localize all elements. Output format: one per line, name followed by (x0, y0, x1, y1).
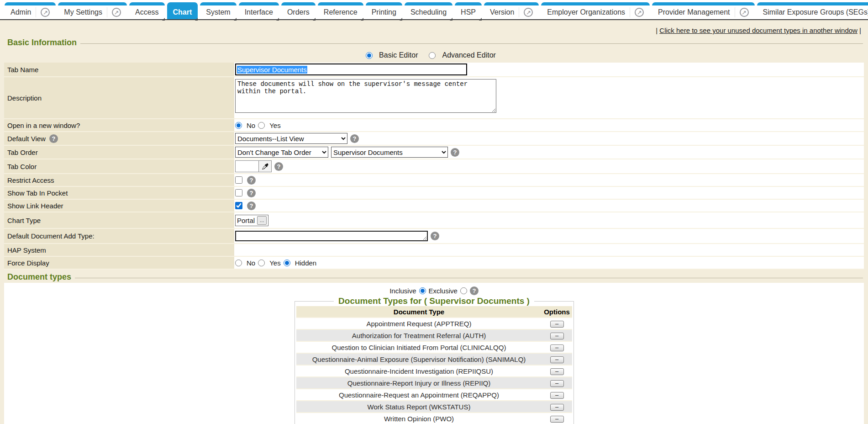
remove-doc-type-button[interactable]: – (550, 392, 564, 399)
tab-label: My Settings (64, 8, 102, 16)
basic-info-form: Tab Name Supervisor Documents Descriptio… (4, 63, 864, 270)
restrict-access-checkbox[interactable] (235, 176, 242, 184)
unused-doc-types-link[interactable]: Click here to see your unused document t… (659, 26, 857, 34)
tab-interface[interactable]: Interface (239, 2, 279, 19)
remove-doc-type-button[interactable]: – (550, 404, 564, 411)
open-in-new-window-icon[interactable]: ↗ (635, 8, 644, 17)
doc-type-row: Question to Clinician Initiated From Por… (296, 341, 572, 353)
help-icon[interactable]: ? (49, 134, 58, 143)
inclusive-label[interactable]: Inclusive (389, 287, 416, 295)
force-display-no-label[interactable]: No (247, 259, 255, 267)
tab-system[interactable]: System (200, 2, 236, 19)
tab-scheduling[interactable]: Scheduling (405, 2, 452, 19)
remove-doc-type-button[interactable]: – (550, 416, 564, 423)
document-types-table: Document Type Options Appointment Reques… (296, 306, 572, 424)
tab-color-input[interactable] (236, 161, 259, 172)
open-in-new-window-icon[interactable]: ↗ (740, 8, 749, 17)
form-row-tab-color: Tab Color ? (4, 159, 864, 174)
tab-my-settings[interactable]: My Settings ↗ (58, 2, 127, 19)
force-display-yes-radio[interactable] (258, 260, 265, 266)
exclusive-label[interactable]: Exclusive (429, 287, 458, 295)
advanced-editor-radio[interactable] (429, 52, 436, 59)
help-icon[interactable]: ? (451, 148, 459, 157)
document-types-header: Document types (4, 270, 864, 283)
description-textarea[interactable] (235, 79, 496, 113)
editor-mode-toggle: Basic Editor Advanced Editor (4, 48, 864, 63)
tab-hsp[interactable]: HSP (455, 2, 482, 19)
tab-label: Scheduling (410, 8, 447, 16)
open-new-window-yes-radio[interactable] (258, 122, 265, 129)
tab-reference[interactable]: Reference (318, 2, 363, 19)
tab-name-label: Tab Name (4, 63, 234, 76)
remove-doc-type-button[interactable]: – (550, 380, 564, 387)
force-display-hidden-radio[interactable] (284, 260, 290, 266)
remove-doc-type-button[interactable]: – (550, 321, 564, 328)
doc-type-name: Question to Clinician Initiated From Por… (296, 341, 542, 353)
tab-label: Access (135, 8, 159, 16)
help-icon[interactable]: ? (431, 232, 439, 240)
tab-version[interactable]: Version ↗ (484, 2, 539, 19)
tab-order-position-select[interactable]: Supervisor Documents (331, 147, 448, 158)
force-display-hidden-label[interactable]: Hidden (295, 259, 317, 267)
tab-admin[interactable]: Admin ↗ (5, 2, 56, 19)
open-in-new-window-icon[interactable]: ↗ (524, 8, 533, 17)
tab-name-input[interactable]: Supervisor Documents (235, 64, 467, 75)
default-view-label: Default View (7, 135, 46, 143)
default-view-select[interactable]: Documents--List View (235, 133, 347, 144)
basic-editor-radio[interactable] (366, 52, 373, 59)
remove-doc-type-button[interactable]: – (550, 333, 564, 339)
tab-label: Version (490, 8, 514, 16)
tab-label: Similar Exposure Groups (SEGs) (763, 8, 868, 16)
chart-type-browse-button[interactable]: ... (257, 216, 267, 225)
help-icon[interactable]: ? (350, 134, 359, 143)
tab-label: Chart (173, 8, 192, 16)
tab-printing[interactable]: Printing (366, 2, 402, 19)
hap-system-label: HAP System (4, 244, 234, 256)
doc-type-row: Questionnaire-Animal Exposure (Superviso… (296, 353, 572, 365)
inclusive-radio[interactable] (419, 287, 426, 294)
tab-access[interactable]: Access (129, 2, 165, 19)
open-new-window-no-label[interactable]: No (247, 122, 255, 129)
tab-employer-organizations[interactable]: Employer Organizations ↗ (541, 2, 650, 19)
advanced-editor-label[interactable]: Advanced Editor (442, 51, 495, 59)
remove-doc-type-button[interactable]: – (550, 368, 564, 375)
help-icon[interactable]: ? (247, 201, 256, 210)
help-icon[interactable]: ? (247, 176, 256, 185)
show-link-header-label: Show Link Header (4, 200, 234, 212)
form-row-show-link-header: Show Link Header ? (4, 200, 864, 212)
eyedropper-icon (262, 163, 268, 170)
document-types-table-title: Document Types for ( Supervisor Document… (334, 296, 534, 306)
help-icon[interactable]: ? (274, 162, 283, 171)
doc-type-name: Questionnaire-Report Injury or Illness (… (296, 377, 542, 389)
basic-editor-label[interactable]: Basic Editor (379, 51, 418, 59)
open-in-new-window-icon[interactable]: ↗ (41, 8, 50, 17)
tab-provider-management[interactable]: Provider Management ↗ (652, 2, 754, 19)
force-display-yes-label[interactable]: Yes (269, 259, 280, 267)
col-document-type: Document Type (296, 306, 542, 318)
help-icon[interactable]: ? (470, 286, 479, 295)
help-icon[interactable]: ? (247, 189, 256, 197)
form-row-tab-order: Tab Order Don't Change Tab Order Supervi… (4, 146, 864, 159)
show-link-header-checkbox[interactable] (235, 202, 242, 209)
tab-name-selected-text: Supervisor Documents (237, 66, 307, 74)
remove-doc-type-button[interactable]: – (550, 344, 564, 351)
force-display-no-radio[interactable] (235, 260, 242, 266)
exclusive-radio[interactable] (460, 287, 467, 294)
form-row-default-doc-add-type: Default Document Add Type: ? (4, 229, 864, 244)
show-tab-in-pocket-checkbox[interactable] (235, 189, 242, 196)
tab-label: Admin (11, 8, 31, 16)
open-in-new-window-icon[interactable]: ↗ (112, 8, 121, 17)
doc-type-row: Work Status Report (WKSTATUS) – (296, 401, 572, 413)
show-tab-in-pocket-label: Show Tab In Pocket (4, 187, 234, 199)
doc-types-tbody: Appointment Request (APPTREQ) – Authoriz… (296, 318, 572, 424)
tab-similar-exposure-groups-segs[interactable]: Similar Exposure Groups (SEGs) ↗ (757, 2, 868, 19)
default-doc-add-type-input[interactable] (235, 231, 428, 241)
form-row-open-new-window: Open in a new window? No Yes (4, 119, 864, 132)
tab-chart[interactable]: Chart (167, 2, 198, 19)
open-new-window-no-radio[interactable] (235, 122, 242, 129)
tab-orders[interactable]: Orders (281, 2, 316, 19)
remove-doc-type-button[interactable]: – (550, 356, 564, 363)
eyedropper-button[interactable] (259, 161, 271, 172)
open-new-window-yes-label[interactable]: Yes (269, 122, 280, 129)
tab-order-mode-select[interactable]: Don't Change Tab Order (235, 147, 328, 158)
